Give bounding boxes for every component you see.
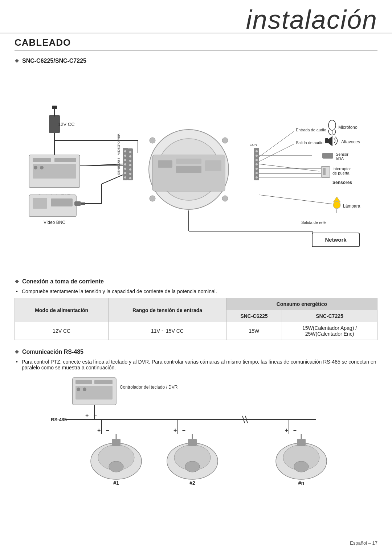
svg-point-80 [129,151,131,153]
camera2-label: #2 [189,480,195,486]
svg-text:–: – [182,427,185,433]
svg-rect-12 [51,198,73,206]
svg-point-9 [40,166,44,169]
svg-rect-54 [323,168,326,175]
main-content: CABLEADO ❖ SNC-C6225/SNC-C7225 12V CC [0,37,392,512]
entrada-audio-label: Entrada de audio [296,128,326,132]
diamond-icon-2: ❖ [15,279,19,284]
svg-rect-7 [33,164,76,179]
svg-point-40 [150,138,155,143]
svg-point-82 [129,160,131,162]
svg-point-25 [124,150,126,152]
table-cell-mode: 12V CC [15,322,109,340]
svg-rect-11 [33,198,47,209]
svg-point-34 [256,155,258,157]
svg-rect-14 [81,202,85,205]
svg-text:–: – [293,427,297,433]
svg-line-62 [259,195,332,204]
svg-point-81 [129,155,131,157]
svg-point-27 [124,159,126,161]
svg-point-119 [294,461,309,472]
svg-text:POWER: POWER [117,133,121,146]
12vcc-label: 12V CC [58,122,75,127]
table-cell-snc7225: 15W(Calentador Apag) /25W(Calentador Enc… [282,322,377,340]
controlador-teclado-label: Controlador del teclado / DVR [120,385,178,390]
table-col1-header: Modo de alimentación [15,298,109,322]
svg-text:CON: CON [250,143,257,147]
table-row: 12V CC 11V ~ 15V CC 15W 15W(Calentador A… [15,322,377,340]
salida-audio-label: Salida de audio [296,140,323,145]
rs485-title: ❖ Comunicación RS-485 [15,349,377,355]
svg-text:IrDA: IrDA [336,156,344,161]
svg-rect-21 [176,159,201,164]
svg-text:+: + [173,427,177,433]
network-label: Network [325,237,347,243]
page-title: instalación [15,7,377,33]
svg-point-36 [256,163,258,165]
svg-rect-23 [205,160,221,171]
page-number: Español – 17 [350,540,377,546]
svg-rect-22 [176,166,201,173]
rs485-diagram: Controlador del teclado / DVR RS-485 + –… [15,374,377,497]
svg-rect-2 [52,106,57,109]
interruptor-label: Interruptor [332,167,351,171]
page-header: instalación [0,0,392,33]
svg-point-31 [124,176,126,179]
sensores-label: Sensores [332,180,352,185]
svg-point-84 [129,168,131,171]
svg-point-45 [328,120,336,130]
sensor-irda-label: Sensor [336,152,348,156]
rs485-diagram-svg: Controlador del teclado / DVR RS-485 + –… [15,374,363,497]
table-col3-header: SNC-C6225 [226,310,282,322]
svg-rect-89 [94,380,113,384]
svg-rect-6 [54,158,76,162]
svg-text:–: – [106,427,109,433]
svg-text:VIDEO: VIDEO [117,145,121,155]
svg-rect-5 [33,158,51,162]
svg-point-86 [129,177,131,179]
svg-point-42 [150,196,155,201]
table-main-header: Consumo energético [226,298,377,310]
main-diagram-svg: 12V CC Controlador/DVR Vídeo BNC [15,68,377,271]
video-bnc-label: Vídeo BNC [44,220,65,225]
svg-point-26 [124,155,126,157]
table-cell-snc6225: 15W [226,322,282,340]
connection-title: ❖ Conexión a toma de corriente [15,278,377,285]
svg-rect-104 [112,439,121,446]
svg-point-33 [256,150,258,152]
svg-point-103 [109,461,123,472]
lampara-label: Lámpara [343,204,360,209]
snc-model-title: ❖ SNC-C6225/SNC-C7225 [15,58,377,64]
svg-text:+: + [97,427,101,433]
svg-point-30 [124,172,126,174]
diamond-icon: ❖ [15,58,19,64]
cameran-label: #n [298,480,304,486]
svg-line-71 [102,175,123,184]
page-footer: Español – 17 [335,537,392,549]
section-title: CABLEADO [15,37,377,51]
svg-rect-90 [75,386,113,400]
svg-point-28 [124,163,126,165]
svg-line-52 [259,164,319,171]
svg-point-83 [129,164,131,166]
rs485-bullet: Para control PTZ, conecte esta línea al … [15,359,377,370]
svg-rect-120 [297,439,306,446]
altavoces-label: Altavoces [341,139,360,144]
svg-point-91 [77,388,80,391]
svg-point-35 [256,159,258,161]
main-diagram: 12V CC Controlador/DVR Vídeo BNC [15,68,377,271]
table-col4-header: SNC-C7225 [282,310,377,322]
svg-point-43 [222,196,228,201]
svg-point-41 [222,138,228,143]
svg-rect-20 [158,160,172,168]
rs485-side-label: RS-485 [51,417,67,422]
svg-text:de puerta: de puerta [332,171,350,175]
svg-point-37 [256,168,258,170]
svg-point-92 [83,388,86,391]
svg-point-39 [256,176,258,179]
svg-point-60 [333,201,340,209]
svg-point-29 [124,168,126,170]
table-col2-header: Rango de tensión de entrada [109,298,226,322]
svg-text:SENSOR: SENSOR [117,161,121,175]
svg-point-85 [129,173,131,175]
